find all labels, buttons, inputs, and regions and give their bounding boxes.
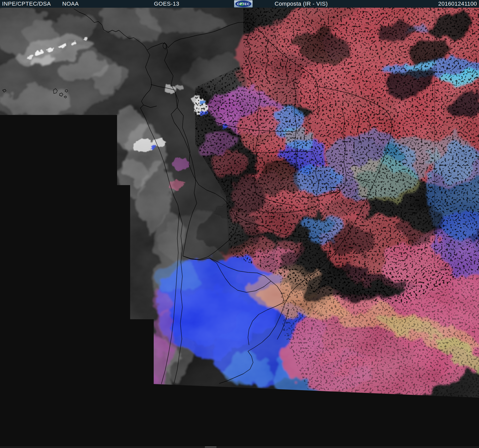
- header-bar: INPE/CPTEC/DSA NOAA GOES-13 CPTEC Compos…: [0, 0, 479, 8]
- cptec-logo: CPTEC: [234, 0, 253, 7]
- product-label: Composta (IR - VIS): [275, 0, 328, 8]
- logo-text: CPTEC: [237, 2, 249, 6]
- timestamp-label: 201601241100: [438, 0, 477, 8]
- satellite-label: GOES-13: [154, 0, 179, 8]
- satellite-map: [0, 0, 479, 448]
- cptec-logo-graphic: CPTEC: [234, 0, 253, 7]
- noaa-label: NOAA: [62, 0, 79, 8]
- screenshot-root: INPE/CPTEC/DSA NOAA GOES-13 CPTEC Compos…: [0, 0, 479, 448]
- agency-label: INPE/CPTEC/DSA: [2, 0, 51, 8]
